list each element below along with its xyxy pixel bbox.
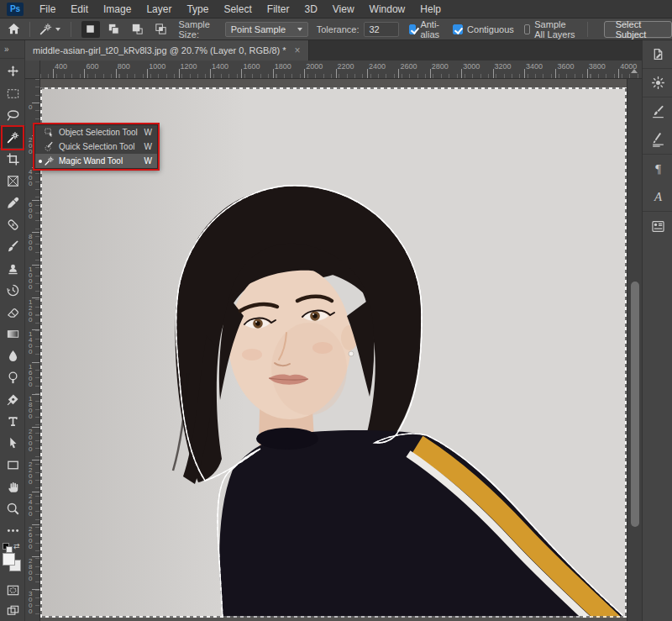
lasso-tool[interactable]: [0, 104, 25, 126]
magic-wand-tool[interactable]: [0, 126, 25, 148]
character-panel-icon[interactable]: [643, 183, 672, 212]
gradient-tool[interactable]: [0, 323, 25, 345]
brush-settings-panel-icon[interactable]: [643, 97, 672, 126]
libraries-panel-icon[interactable]: [643, 212, 672, 240]
color-swatches: ⇄: [0, 541, 25, 580]
ruler-tick: [210, 69, 211, 78]
vertical-scrollbar[interactable]: [627, 79, 642, 621]
clone-stamp-tool[interactable]: [0, 257, 25, 279]
screen-mode-button[interactable]: [0, 600, 25, 620]
quick-mask-mode-button[interactable]: [0, 580, 25, 600]
ruler-tick: [555, 69, 556, 78]
flyout-item-quick-selection-tool[interactable]: Quick Selection ToolW: [35, 139, 157, 154]
ruler-label: 1 0 0 0: [29, 266, 32, 290]
dodge-tool[interactable]: [0, 366, 25, 388]
checkbox-sample-all-layers[interactable]: Sample All Layers: [524, 19, 575, 39]
flyout-item-shortcut: W: [144, 156, 152, 166]
ruler-tick: [84, 69, 85, 78]
ruler-label: 1 8 0 0: [29, 396, 32, 419]
ruler-tick: [147, 69, 148, 78]
menu-type[interactable]: Type: [179, 0, 216, 18]
menu-help[interactable]: Help: [412, 0, 449, 18]
menu-view[interactable]: View: [325, 0, 362, 18]
move-tool[interactable]: [0, 61, 25, 82]
ruler-label: 3600: [557, 62, 574, 71]
flyout-item-object-selection-tool[interactable]: Object Selection ToolW: [35, 125, 157, 139]
dock-adjust-icon: [650, 75, 666, 91]
ruler-tick: [32, 492, 39, 492]
menu-3d[interactable]: 3D: [297, 0, 324, 18]
pen-tool[interactable]: [0, 388, 25, 410]
subtract-from-selection-mode-icon[interactable]: [129, 21, 147, 38]
eraser-tool[interactable]: [0, 301, 25, 323]
chevron-down-icon[interactable]: [55, 28, 60, 31]
dock-character-icon: [650, 189, 666, 205]
toolbar-collapse-button[interactable]: »: [0, 40, 24, 59]
edit-toolbar-button[interactable]: [0, 519, 25, 541]
dock-libraries-icon: [650, 218, 666, 234]
eyedropper-tool[interactable]: [0, 192, 25, 213]
ruler-label: 800: [118, 62, 130, 71]
ruler-tick: [32, 200, 39, 201]
sample-size-dropdown[interactable]: Point Sample: [225, 22, 308, 37]
home-icon[interactable]: [7, 21, 21, 38]
blur-tool[interactable]: [0, 345, 25, 366]
dock-history-icon: [650, 46, 666, 62]
type-tool[interactable]: [0, 410, 25, 432]
ruler-tick: [32, 427, 39, 428]
ruler-label: 1000: [149, 62, 165, 71]
default-colors-icon[interactable]: [3, 543, 9, 550]
selectarrow-icon: [6, 436, 20, 450]
recttool-icon: [6, 458, 20, 472]
flyout-item-label: Quick Selection Tool: [59, 142, 139, 151]
paragraph-panel-icon[interactable]: [643, 155, 672, 183]
magic-wand-tool-icon[interactable]: [39, 21, 53, 38]
tolerance-input[interactable]: [364, 22, 399, 37]
menu-edit[interactable]: Edit: [63, 0, 96, 18]
menu-layer[interactable]: Layer: [139, 0, 179, 18]
brush-tool[interactable]: [0, 235, 25, 257]
menu-filter[interactable]: Filter: [260, 0, 297, 18]
add-to-selection-mode-icon[interactable]: [105, 21, 123, 38]
flyout-item-shortcut: W: [144, 142, 152, 151]
menu-image[interactable]: Image: [96, 0, 139, 18]
rectangle-tool[interactable]: [0, 454, 25, 476]
ruler-label: 2200: [338, 62, 354, 71]
ruler-label: 3000: [463, 62, 480, 71]
crop-tool[interactable]: [0, 148, 25, 170]
eraser-icon: [6, 305, 20, 319]
quickmask-icon: [6, 583, 20, 597]
hand-tool[interactable]: [0, 476, 25, 497]
new-selection-mode-icon[interactable]: [81, 21, 100, 38]
menu-file[interactable]: File: [32, 0, 63, 18]
zoom-tool[interactable]: [0, 497, 25, 519]
document-tab[interactable]: middle-asian-girl_t20_kRv8l3.jpg @ 20.7%…: [25, 40, 309, 61]
scrollbar-thumb[interactable]: [631, 282, 639, 527]
ruler-tick: [241, 69, 242, 78]
menu-select[interactable]: Select: [216, 0, 259, 18]
checkbox-contiguous[interactable]: Contiguous: [453, 19, 514, 39]
frame-tool[interactable]: [0, 170, 25, 192]
path-selection-tool[interactable]: [0, 432, 25, 454]
intersect-selection-mode-icon[interactable]: [152, 21, 171, 38]
select-subject-button[interactable]: Select Subject: [604, 21, 672, 38]
current-tool-dot: [39, 160, 42, 163]
checkbox-anti-alias[interactable]: Anti-alias: [409, 19, 443, 39]
adjustments-panel-icon[interactable]: [643, 69, 672, 97]
history-panel-icon[interactable]: [643, 40, 672, 69]
flyout-item-label: Object Selection Tool: [59, 128, 139, 137]
chevron-up-icon[interactable]: [628, 66, 640, 76]
swap-colors-icon[interactable]: ⇄: [13, 542, 20, 550]
marquee-icon: [6, 87, 20, 101]
close-icon[interactable]: ×: [295, 45, 301, 56]
brushes-panel-icon[interactable]: [643, 126, 672, 155]
ruler-label: 1200: [181, 62, 197, 71]
foreground-color-swatch[interactable]: [3, 553, 15, 566]
menu-window[interactable]: Window: [362, 0, 413, 18]
flyout-item-magic-wand-tool[interactable]: Magic Wand ToolW: [35, 154, 157, 168]
rectangular-marquee-tool[interactable]: [0, 82, 25, 104]
history-brush-tool[interactable]: [0, 279, 25, 301]
spot-healing-brush-tool[interactable]: [0, 213, 25, 235]
ruler-label: 2800: [432, 62, 449, 71]
hand-icon: [6, 480, 20, 494]
